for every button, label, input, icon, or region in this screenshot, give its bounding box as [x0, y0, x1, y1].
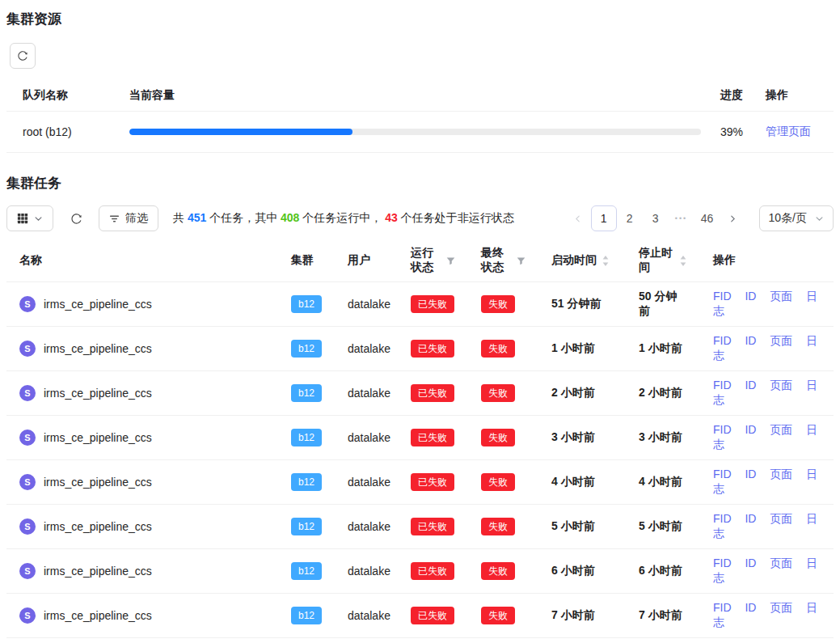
final-status-badge: 失败: [481, 429, 515, 446]
page-link[interactable]: 页面: [770, 556, 792, 569]
final-status-filter-icon[interactable]: [517, 256, 526, 265]
stop-time: 1 小时前: [626, 327, 700, 371]
pagination-ellipsis[interactable]: •••: [669, 205, 694, 231]
fid-link[interactable]: FID: [713, 601, 732, 614]
task-name: irms_ce_pipeline_ccs: [44, 387, 152, 400]
id-link[interactable]: ID: [745, 601, 756, 614]
run-status-badge: 已失败: [411, 562, 454, 580]
cluster-badge: b12: [291, 384, 322, 402]
table-row[interactable]: S irms_ce_pipeline_ccs b12 datalake 已失败 …: [6, 549, 834, 594]
start-time: 5 小时前: [538, 505, 626, 549]
user-name: datalake: [348, 565, 390, 578]
user-name: datalake: [348, 298, 390, 311]
tasks-toolbar: 筛选 共 451 个任务，其中 408 个任务运行中， 43 个任务处于非运行状…: [6, 205, 834, 231]
id-link[interactable]: ID: [745, 379, 756, 391]
page-link[interactable]: 页面: [770, 334, 792, 347]
page-size-select[interactable]: 10条/页: [759, 205, 834, 231]
pagination-page-46[interactable]: 46: [694, 205, 720, 231]
id-link[interactable]: ID: [745, 468, 756, 480]
start-time: 3 小时前: [538, 416, 626, 460]
pagination-prev-button[interactable]: [565, 205, 591, 231]
run-status-filter-icon[interactable]: [446, 256, 455, 265]
spark-avatar-icon: S: [19, 518, 36, 535]
id-link[interactable]: ID: [745, 290, 756, 303]
refresh-icon: [70, 213, 82, 225]
fid-link[interactable]: FID: [713, 379, 732, 391]
page-link[interactable]: 页面: [770, 468, 792, 480]
fid-link[interactable]: FID: [713, 512, 732, 525]
final-status-badge: 失败: [481, 562, 515, 580]
fid-link[interactable]: FID: [713, 468, 732, 480]
fid-link[interactable]: FID: [713, 556, 732, 569]
pagination-page-3[interactable]: 3: [643, 205, 669, 231]
spark-avatar-icon: S: [19, 430, 36, 446]
task-table-body: S irms_ce_pipeline_ccs b12 datalake 已失败 …: [6, 282, 834, 639]
chevron-down-icon: [34, 214, 43, 223]
run-status-badge: 已失败: [411, 384, 454, 402]
fid-link[interactable]: FID: [713, 423, 732, 436]
table-row[interactable]: S irms_ce_pipeline_ccs b12 datalake 已失败 …: [6, 282, 834, 327]
manage-page-link[interactable]: 管理页面: [766, 125, 811, 138]
table-row[interactable]: S irms_ce_pipeline_ccs b12 datalake 已失败 …: [6, 416, 834, 460]
resources-refresh-button[interactable]: [10, 43, 36, 69]
user-name: datalake: [348, 520, 390, 533]
page-link[interactable]: 页面: [770, 512, 792, 525]
id-link[interactable]: ID: [745, 556, 756, 569]
col-final-status: 最终状态: [468, 239, 538, 282]
summary-text-2: 个任务，其中: [206, 211, 281, 224]
table-row[interactable]: S irms_ce_pipeline_ccs b12 datalake 已失败 …: [6, 371, 834, 416]
table-row[interactable]: S irms_ce_pipeline_ccs b12 datalake 已失败 …: [6, 505, 834, 549]
stop-time: 5 小时前: [626, 505, 700, 549]
stop-time: 2 小时前: [626, 371, 700, 416]
chevron-left-icon: [573, 214, 582, 223]
final-status-badge: 失败: [481, 607, 515, 624]
resource-row: root (b12) 39% 管理页面: [6, 112, 834, 153]
table-row[interactable]: S irms_ce_pipeline_ccs b12 datalake 已失败 …: [6, 327, 834, 371]
col-task-actions: 操作: [700, 239, 834, 282]
table-row[interactable]: S irms_ce_pipeline_ccs b12 datalake 已失败 …: [6, 460, 834, 505]
stop-time-sort-icon[interactable]: [679, 255, 687, 267]
run-status-badge: 已失败: [411, 429, 454, 446]
start-time: 1 小时前: [538, 327, 626, 371]
col-start-time: 启动时间: [538, 239, 626, 282]
tasks-refresh-button[interactable]: [65, 205, 87, 231]
spark-avatar-icon: S: [19, 563, 36, 579]
user-name: datalake: [348, 431, 390, 444]
task-name: irms_ce_pipeline_ccs: [44, 609, 152, 622]
view-mode-button[interactable]: [6, 205, 53, 231]
pagination-pages: 123•••46: [591, 205, 720, 231]
tasks-header-row: 名称 集群 用户 运行状态 最终状态 启动时间 停止时间 操作: [6, 239, 834, 282]
col-user: 用户: [335, 239, 398, 282]
page-link[interactable]: 页面: [770, 601, 792, 614]
table-row[interactable]: S irms_ce_pipeline_ccs b12 datalake 已失败 …: [6, 594, 834, 638]
pagination-next-button[interactable]: [720, 205, 746, 231]
page-link[interactable]: 页面: [770, 423, 792, 436]
cluster-badge: b12: [291, 562, 322, 580]
tasks-summary: 共 451 个任务，其中 408 个任务运行中， 43 个任务处于非运行状态: [173, 211, 514, 226]
fid-link[interactable]: FID: [713, 334, 732, 347]
stop-time: 3 小时前: [626, 416, 700, 460]
filter-button[interactable]: 筛选: [99, 205, 158, 231]
page-link[interactable]: 页面: [770, 379, 792, 391]
page-link[interactable]: 页面: [770, 290, 792, 303]
start-time-sort-icon[interactable]: [602, 255, 610, 267]
col-stop-time-label: 停止时间: [639, 246, 674, 275]
col-capacity: 当前容量: [120, 80, 711, 112]
queue-name: root (b12): [6, 112, 120, 153]
fid-link[interactable]: FID: [713, 290, 732, 303]
pagination: 123•••46 10条/页: [565, 205, 834, 231]
spark-avatar-icon: S: [19, 296, 36, 312]
top-pagination-area: 123•••46 10条/页: [565, 205, 834, 231]
summary-text-1: 共: [173, 211, 188, 224]
cluster-badge: b12: [291, 607, 322, 624]
final-status-badge: 失败: [481, 340, 515, 358]
id-link[interactable]: ID: [745, 423, 756, 436]
grid-icon: [17, 213, 28, 224]
pagination-page-2[interactable]: 2: [617, 205, 643, 231]
id-link[interactable]: ID: [745, 512, 756, 525]
task-name: irms_ce_pipeline_ccs: [44, 431, 152, 444]
summary-text-3: 个任务运行中，: [299, 211, 385, 224]
id-link[interactable]: ID: [745, 334, 756, 347]
pagination-page-1[interactable]: 1: [591, 205, 617, 231]
page: 集群资源 队列名称 当前容量 进度 操作 root (b12): [0, 0, 840, 639]
